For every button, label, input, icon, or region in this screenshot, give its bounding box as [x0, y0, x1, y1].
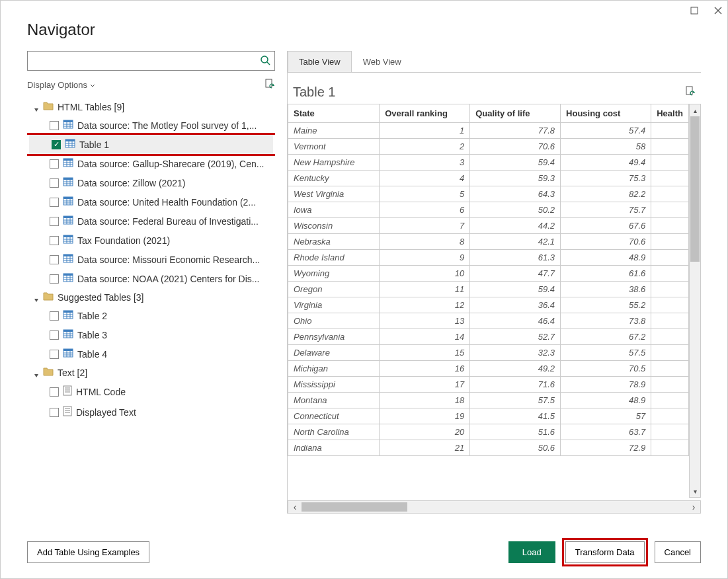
vertical-scrollbar[interactable]: ▴ ▾	[689, 104, 701, 498]
table-cell: 19	[380, 408, 470, 424]
checkbox-checked[interactable]: ✓	[52, 140, 61, 149]
table-row[interactable]: Nebraska842.170.6	[288, 234, 689, 250]
checkbox[interactable]	[50, 408, 59, 417]
table-cell: 16	[380, 361, 470, 377]
table-cell: Indiana	[288, 440, 380, 456]
table-row[interactable]: Oregon1159.438.6	[288, 282, 689, 297]
table-cell: 32.3	[470, 345, 561, 361]
table-row[interactable]: Vermont270.658	[288, 139, 689, 155]
table-row[interactable]: Rhode Island961.348.9	[288, 250, 689, 266]
checkbox[interactable]	[50, 217, 59, 226]
tree-group-header[interactable]: Suggested Tables [3]	[27, 288, 275, 306]
table-row[interactable]: Iowa650.275.7	[288, 202, 689, 218]
maximize-icon[interactable]	[690, 6, 698, 17]
table-row[interactable]: North Carolina2051.663.7	[288, 424, 689, 440]
tree-item[interactable]: Data source: Zillow (2021)	[27, 173, 275, 192]
table-row[interactable]: Maine177.857.4	[288, 123, 689, 139]
tree-item[interactable]: Table 3	[27, 325, 275, 344]
folder-icon	[43, 101, 54, 112]
tree-item[interactable]: Data source: United Health Foundation (2…	[27, 192, 275, 212]
checkbox[interactable]	[50, 255, 59, 264]
tree-item[interactable]: Data source: Gallup-Sharecare (2019), Ce…	[27, 154, 275, 173]
checkbox[interactable]	[50, 159, 59, 169]
column-header[interactable]: Health	[651, 104, 689, 123]
load-button[interactable]: Load	[508, 541, 555, 563]
checkbox[interactable]	[50, 330, 59, 340]
table-cell: 70.5	[561, 361, 651, 377]
checkbox[interactable]	[50, 198, 59, 207]
svg-rect-39	[63, 216, 73, 218]
table-cell: Mississippi	[288, 377, 380, 393]
tree-item[interactable]: Table 2	[27, 306, 275, 325]
table-row[interactable]: New Hampshire359.449.4	[288, 155, 689, 171]
checkbox[interactable]	[50, 350, 59, 359]
tree-group-header[interactable]: HTML Tables [9]	[27, 98, 275, 116]
tab-web-view[interactable]: Web View	[352, 51, 413, 72]
table-row[interactable]: Ohio1346.473.8	[288, 313, 689, 329]
checkbox[interactable]	[50, 236, 59, 245]
table-cell: 17	[380, 377, 470, 393]
tree-item[interactable]: Data source: NOAA (2021) Centers for Dis…	[27, 269, 275, 288]
preview-refresh-icon[interactable]	[685, 86, 696, 98]
folder-icon	[43, 291, 54, 303]
refresh-icon[interactable]	[264, 79, 275, 91]
close-icon[interactable]	[714, 6, 722, 17]
tree-item[interactable]: Table 4	[27, 344, 275, 364]
table-row[interactable]: Wyoming1047.761.6	[288, 266, 689, 282]
checkbox[interactable]	[50, 121, 59, 130]
table-cell: Wisconsin	[288, 218, 380, 234]
search-input[interactable]	[32, 56, 260, 66]
tree-item[interactable]: Data source: The Motley Fool survey of 1…	[27, 116, 275, 135]
tree-item-label: Table 4	[77, 349, 275, 360]
column-header[interactable]: Quality of life	[470, 104, 561, 123]
scroll-right-icon[interactable]: ›	[687, 501, 700, 513]
tree-item[interactable]: HTML Code	[27, 381, 275, 402]
table-row[interactable]: West Virginia564.382.2	[288, 186, 689, 202]
checkbox[interactable]	[50, 274, 59, 284]
scroll-up-icon[interactable]: ▴	[690, 104, 700, 116]
cancel-button[interactable]: Cancel	[655, 541, 701, 563]
table-row[interactable]: Kentucky459.375.3	[288, 171, 689, 186]
svg-rect-27	[63, 178, 73, 180]
checkbox[interactable]	[50, 178, 59, 188]
table-cell: 20	[380, 424, 470, 440]
display-options-dropdown[interactable]: Display Options	[27, 80, 95, 90]
checkbox[interactable]	[50, 387, 59, 397]
table-cell	[651, 139, 689, 155]
table-row[interactable]: Connecticut1941.557	[288, 408, 689, 424]
transform-data-button[interactable]: Transform Data	[565, 541, 645, 563]
search-icon[interactable]	[260, 55, 270, 67]
table-cell: 59.4	[470, 282, 561, 297]
scroll-left-icon[interactable]: ‹	[288, 501, 302, 513]
table-row[interactable]: Virginia1236.455.2	[288, 297, 689, 313]
scroll-down-icon[interactable]: ▾	[690, 485, 700, 497]
tree-item[interactable]: Data source: Federal Bureau of Investiga…	[27, 212, 275, 231]
search-input-container[interactable]	[27, 51, 275, 71]
table-cell: 15	[380, 345, 470, 361]
table-row[interactable]: Michigan1649.270.5	[288, 361, 689, 377]
column-header[interactable]: Overall ranking	[380, 104, 470, 123]
tree-item[interactable]: ✓Table 1	[29, 135, 273, 154]
vscroll-thumb[interactable]	[690, 116, 700, 262]
column-header[interactable]: State	[288, 104, 380, 123]
tree-item[interactable]: Data source: Missouri Economic Research.…	[27, 250, 275, 269]
table-row[interactable]: Montana1857.548.9	[288, 393, 689, 408]
table-row[interactable]: Indiana2150.672.9	[288, 440, 689, 456]
table-row[interactable]: Pennsylvania1452.767.2	[288, 329, 689, 345]
table-row[interactable]: Delaware1532.357.5	[288, 345, 689, 361]
svg-rect-90	[686, 87, 692, 95]
checkbox[interactable]	[50, 311, 59, 321]
table-row[interactable]: Wisconsin744.267.6	[288, 218, 689, 234]
table-row[interactable]: Mississippi1771.678.9	[288, 377, 689, 393]
horizontal-scrollbar[interactable]: ‹ ›	[288, 500, 701, 514]
column-header[interactable]: Housing cost	[561, 104, 651, 123]
hscroll-thumb[interactable]	[302, 502, 407, 512]
tree-group-header[interactable]: Text [2]	[27, 364, 275, 381]
tab-table-view[interactable]: Table View	[288, 51, 352, 72]
add-table-examples-button[interactable]: Add Table Using Examples	[27, 541, 149, 563]
table-cell: Delaware	[288, 345, 380, 361]
table-cell: 67.6	[561, 218, 651, 234]
tree-item[interactable]: Tax Foundation (2021)	[27, 231, 275, 250]
svg-rect-82	[63, 386, 71, 395]
tree-item[interactable]: Displayed Text	[27, 402, 275, 422]
